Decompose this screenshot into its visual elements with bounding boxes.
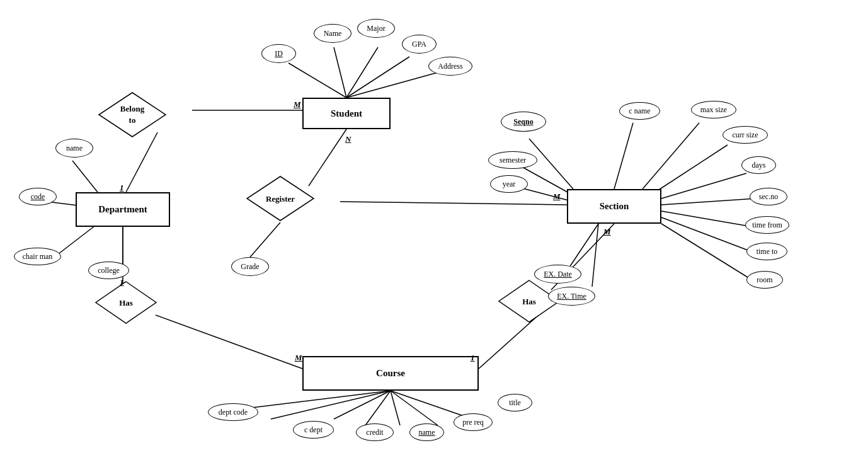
section-timeto-attr: time to <box>746 243 787 260</box>
cardinality-belong-dept: 1 <box>120 183 124 193</box>
section-seqno-attr: Seqno <box>501 112 546 132</box>
student-major-attr: Major <box>357 19 395 38</box>
section-days-attr: days <box>741 156 776 174</box>
cardinality-has-course-1: 1 <box>471 353 475 363</box>
section-room-attr: room <box>746 271 783 289</box>
section-semester-attr: semester <box>488 151 537 169</box>
dept-college-attr: college <box>88 262 129 279</box>
section-extime-attr: EX. Time <box>548 287 595 306</box>
cardinality-student-register: N <box>345 134 351 144</box>
student-id-attr: ID <box>261 44 296 63</box>
section-cname-attr: c name <box>619 102 660 120</box>
cardinality-belong-student: M <box>294 100 301 110</box>
svg-text:Has: Has <box>522 297 536 306</box>
svg-text:Has: Has <box>119 298 133 308</box>
register-relationship: Register <box>246 175 315 222</box>
register-grade-attr: Grade <box>231 257 269 276</box>
dept-name-attr: name <box>55 139 93 158</box>
has-dept-relationship: Has <box>94 280 157 325</box>
section-maxsize-attr: max size <box>691 101 736 118</box>
svg-text:Register: Register <box>266 194 295 204</box>
svg-marker-37 <box>99 93 166 137</box>
section-secno-attr: sec.no <box>750 188 787 205</box>
cardinality-dept-has: 1 <box>120 277 124 287</box>
cardinality-has-course-m: M <box>295 353 302 363</box>
svg-line-13 <box>72 161 98 192</box>
course-title-attr: title <box>498 394 532 411</box>
course-prereq-attr: pre req <box>454 413 493 431</box>
dept-code-attr: code <box>19 188 57 205</box>
course-name-attr: name <box>409 423 444 441</box>
course-cdept-attr: c dept <box>293 421 334 439</box>
er-diagram: Student Department Section Course Belong… <box>0 0 868 460</box>
cardinality-register-section: M <box>553 192 561 202</box>
svg-text:to: to <box>129 115 136 125</box>
cardinality-section-has: M <box>603 227 611 237</box>
section-timefrom-attr: time from <box>745 216 789 234</box>
section-year-attr: year <box>490 175 528 193</box>
course-deptcode-attr: dept code <box>208 403 258 421</box>
student-name-attr: Name <box>314 24 351 43</box>
svg-line-1 <box>334 47 346 98</box>
section-exdate-attr: EX. Date <box>534 265 581 284</box>
svg-line-15 <box>57 224 98 255</box>
dept-chairman-attr: chair man <box>14 248 61 265</box>
student-gpa-attr: GPA <box>402 35 437 54</box>
course-credit-attr: credit <box>356 423 394 441</box>
section-currsize-attr: curr size <box>722 126 768 144</box>
svg-text:Belong: Belong <box>120 104 145 113</box>
student-address-attr: Address <box>428 57 472 76</box>
belong-to-relationship: Belong to <box>98 91 167 139</box>
